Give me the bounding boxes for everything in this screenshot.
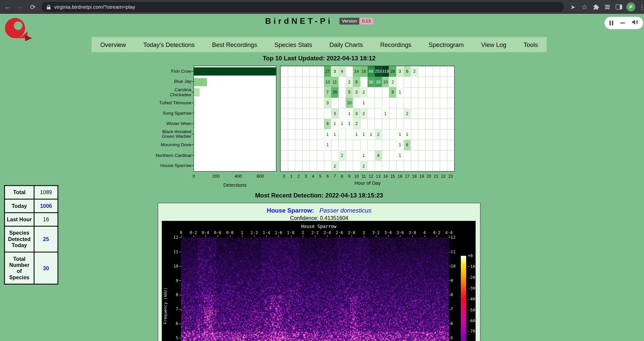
- nav-item-spectrogram[interactable]: Spectrogram: [420, 37, 473, 52]
- heatmap-cell: 2: [346, 76, 353, 87]
- url-text: virginia.birdnetpi.com/?stream=play: [54, 4, 135, 10]
- spectro-x-tick: 3: [363, 230, 365, 235]
- spectro-y-tick: 6: [450, 321, 459, 326]
- spectro-x-tick-mark: [266, 235, 267, 237]
- detection-species-link[interactable]: House Sparrow:: [267, 207, 314, 214]
- colorbar-tick: -30: [468, 286, 475, 290]
- stat-value[interactable]: 1006: [34, 199, 58, 213]
- colorbar-tick: -70: [468, 329, 475, 334]
- reload-button[interactable]: ⟳: [28, 2, 38, 12]
- spectro-x-tick-mark: [291, 235, 291, 237]
- nav-item-species-stats[interactable]: Species Stats: [266, 37, 321, 52]
- send-icon[interactable]: ➤: [568, 2, 578, 12]
- padlock-icon[interactable]: [46, 4, 51, 10]
- hour-axis-tick: 23: [448, 174, 453, 178]
- back-button[interactable]: ←: [2, 2, 13, 12]
- spectrogram-title: House Sparrow: [162, 224, 476, 229]
- toolbar-actions: ➤ ☆ P ⋮: [567, 2, 644, 12]
- heatmap-cell: 2: [411, 66, 418, 76]
- spectrogram-panel: House Sparrow Frequency (kHz) 00·20·40·6…: [162, 221, 476, 341]
- spectro-x-tick: 0: [180, 230, 182, 235]
- navbar: OverviewToday's DetectionsBest Recording…: [0, 37, 638, 52]
- forward-button[interactable]: →: [15, 2, 25, 12]
- hour-axis-tick: 11: [362, 174, 366, 178]
- nav-item-today-s-detections[interactable]: Today's Detections: [135, 37, 203, 52]
- stat-label: Last Hour: [4, 213, 34, 226]
- spectro-x-tick-mark: [400, 235, 400, 237]
- nav-item-overview[interactable]: Overview: [92, 37, 135, 52]
- species-label: Blue Jay: [155, 79, 192, 84]
- spectro-x-tick-mark: [181, 235, 181, 237]
- spectro-y-tick: 6: [171, 321, 178, 326]
- stat-value[interactable]: 25: [34, 226, 58, 252]
- address-bar[interactable]: virginia.birdnetpi.com/?stream=play: [42, 2, 564, 12]
- heatmap-cell: 1: [338, 119, 346, 129]
- stat-label: Species Detected Today: [4, 226, 34, 252]
- frequency-axis-label: Frequency (kHz): [162, 270, 168, 341]
- main-nav: OverviewToday's DetectionsBest Recording…: [92, 37, 546, 52]
- side-panel-icon[interactable]: [614, 2, 624, 12]
- nav-item-tools[interactable]: Tools: [515, 37, 546, 52]
- spectro-x-tick: 1·4: [263, 230, 270, 235]
- most-recent-heading: Most Recent Detection: 2022-04-13 18:15:…: [0, 192, 638, 199]
- hour-axis-tick: 8: [341, 174, 343, 178]
- heatmap-cell: 10: [346, 98, 353, 108]
- spectro-y-tick-mark: [179, 252, 181, 252]
- species-label: Black-throated Green Warbler: [155, 129, 192, 139]
- browser-menu-icon[interactable]: ⋮: [637, 2, 644, 12]
- species-label: Mourning Dove: [155, 142, 192, 147]
- spectro-y-tick: 11: [450, 249, 459, 254]
- heatmap-cell: 2: [338, 150, 346, 161]
- heatmap-cell: 1: [353, 129, 360, 139]
- heatmap-cell: 3: [331, 108, 338, 119]
- hour-axis-tick: 14: [383, 174, 388, 178]
- species-label: Carolina Chickadee: [155, 87, 192, 97]
- detection-bar: [194, 120, 195, 128]
- detection-bar: [194, 162, 194, 170]
- hour-axis-tick: 0: [283, 174, 285, 178]
- bar-axis-tick: 200: [212, 174, 220, 179]
- spectrogram-canvas: [181, 237, 449, 341]
- heatmap-cell: 3: [324, 98, 331, 108]
- spectro-x-tick: 2·2: [311, 230, 319, 235]
- colorbar-tick: -60: [468, 318, 475, 323]
- spectro-y-tick: 10: [450, 264, 459, 268]
- species-label: Winter Wren: [155, 121, 192, 126]
- detection-bar: [194, 141, 195, 149]
- hour-axis-tick: 12: [369, 174, 373, 178]
- heatmap-cell: 5: [346, 87, 353, 98]
- hour-axis-tick: 17: [405, 174, 410, 178]
- nav-item-best-recordings[interactable]: Best Recordings: [203, 37, 266, 52]
- reading-list-icon[interactable]: [602, 2, 612, 12]
- colorbar-tick: -10: [468, 264, 475, 269]
- heatmap-cell: 3: [353, 87, 360, 98]
- spectro-y-tick: 9: [171, 278, 178, 283]
- heatmap-cell: 10: [382, 76, 389, 87]
- nav-item-daily-charts[interactable]: Daily Charts: [321, 37, 371, 52]
- page-title: BirdNET-Pi: [265, 16, 332, 26]
- stat-value[interactable]: 30: [34, 252, 58, 284]
- browser-toolbar: ← → ⟳ virginia.birdnetpi.com/?stream=pla…: [0, 0, 644, 14]
- bookmark-star-icon[interactable]: ☆: [580, 2, 589, 12]
- profile-avatar[interactable]: P: [626, 2, 635, 11]
- stats-row: Total Number of Species30: [4, 252, 58, 284]
- heatmap-cell: 26: [331, 87, 338, 98]
- stat-label: Total Number of Species: [4, 252, 34, 284]
- version-badge: Version 0.13: [339, 18, 373, 25]
- heatmap-cell: 2: [389, 76, 396, 87]
- hour-axis-tick: 6: [326, 174, 329, 178]
- detection-bar: [194, 109, 195, 117]
- extensions-icon[interactable]: [591, 2, 601, 12]
- heatmap-cell: 1: [396, 129, 404, 139]
- spectro-y-tick-mark: [449, 266, 451, 266]
- species-axis: Fish CrowBlue JayCarolina ChickadeeTufte…: [155, 66, 194, 172]
- nav-item-view-log[interactable]: View Log: [473, 37, 515, 52]
- nav-item-recordings[interactable]: Recordings: [372, 37, 420, 52]
- detection-bar: [194, 130, 195, 138]
- spectro-y-tick-mark: [179, 338, 181, 338]
- spectro-y-tick: 10: [171, 264, 178, 268]
- spectro-x-tick: 1: [241, 230, 243, 235]
- hour-axis-tick: 16: [398, 174, 402, 178]
- spectro-y-tick: 5: [450, 336, 459, 340]
- detection-scientific-name[interactable]: Passer domesticus: [319, 207, 371, 214]
